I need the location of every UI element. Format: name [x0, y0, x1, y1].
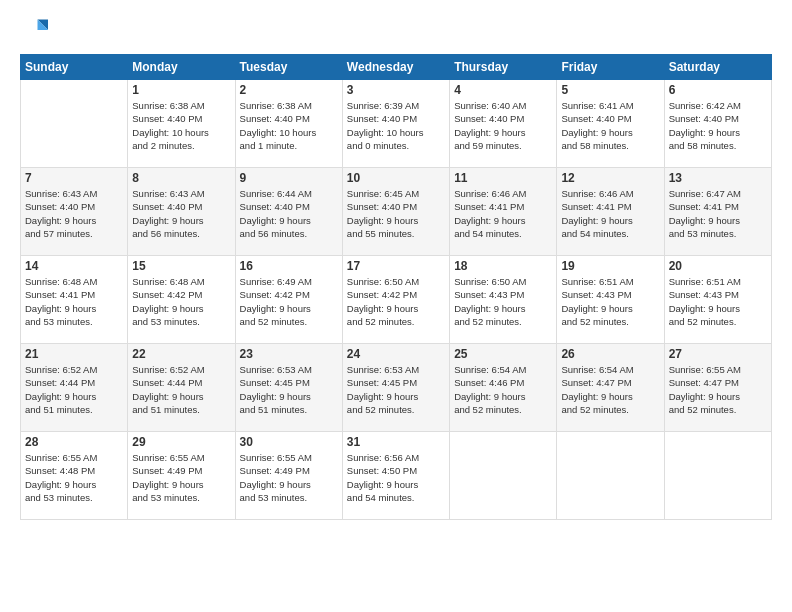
day-info: Sunrise: 6:49 AM Sunset: 4:42 PM Dayligh…	[240, 275, 338, 328]
calendar-cell	[557, 432, 664, 520]
calendar-cell: 28Sunrise: 6:55 AM Sunset: 4:48 PM Dayli…	[21, 432, 128, 520]
day-number: 3	[347, 83, 445, 97]
day-number: 10	[347, 171, 445, 185]
calendar-cell	[664, 432, 771, 520]
day-number: 30	[240, 435, 338, 449]
calendar-cell: 15Sunrise: 6:48 AM Sunset: 4:42 PM Dayli…	[128, 256, 235, 344]
day-info: Sunrise: 6:50 AM Sunset: 4:42 PM Dayligh…	[347, 275, 445, 328]
calendar-cell: 26Sunrise: 6:54 AM Sunset: 4:47 PM Dayli…	[557, 344, 664, 432]
day-info: Sunrise: 6:53 AM Sunset: 4:45 PM Dayligh…	[240, 363, 338, 416]
day-number: 5	[561, 83, 659, 97]
day-info: Sunrise: 6:38 AM Sunset: 4:40 PM Dayligh…	[240, 99, 338, 152]
day-info: Sunrise: 6:48 AM Sunset: 4:41 PM Dayligh…	[25, 275, 123, 328]
day-number: 31	[347, 435, 445, 449]
day-number: 14	[25, 259, 123, 273]
day-number: 6	[669, 83, 767, 97]
day-info: Sunrise: 6:47 AM Sunset: 4:41 PM Dayligh…	[669, 187, 767, 240]
day-info: Sunrise: 6:51 AM Sunset: 4:43 PM Dayligh…	[669, 275, 767, 328]
calendar-cell: 17Sunrise: 6:50 AM Sunset: 4:42 PM Dayli…	[342, 256, 449, 344]
calendar-cell: 13Sunrise: 6:47 AM Sunset: 4:41 PM Dayli…	[664, 168, 771, 256]
calendar-cell: 29Sunrise: 6:55 AM Sunset: 4:49 PM Dayli…	[128, 432, 235, 520]
day-number: 28	[25, 435, 123, 449]
day-info: Sunrise: 6:55 AM Sunset: 4:47 PM Dayligh…	[669, 363, 767, 416]
weekday-header: Tuesday	[235, 55, 342, 80]
calendar-cell: 7Sunrise: 6:43 AM Sunset: 4:40 PM Daylig…	[21, 168, 128, 256]
weekday-header: Sunday	[21, 55, 128, 80]
day-info: Sunrise: 6:38 AM Sunset: 4:40 PM Dayligh…	[132, 99, 230, 152]
calendar-cell: 30Sunrise: 6:55 AM Sunset: 4:49 PM Dayli…	[235, 432, 342, 520]
day-number: 25	[454, 347, 552, 361]
day-info: Sunrise: 6:55 AM Sunset: 4:49 PM Dayligh…	[132, 451, 230, 504]
calendar-cell: 1Sunrise: 6:38 AM Sunset: 4:40 PM Daylig…	[128, 80, 235, 168]
day-number: 29	[132, 435, 230, 449]
calendar-cell: 19Sunrise: 6:51 AM Sunset: 4:43 PM Dayli…	[557, 256, 664, 344]
calendar-cell: 10Sunrise: 6:45 AM Sunset: 4:40 PM Dayli…	[342, 168, 449, 256]
day-info: Sunrise: 6:54 AM Sunset: 4:46 PM Dayligh…	[454, 363, 552, 416]
day-info: Sunrise: 6:43 AM Sunset: 4:40 PM Dayligh…	[25, 187, 123, 240]
calendar-cell: 3Sunrise: 6:39 AM Sunset: 4:40 PM Daylig…	[342, 80, 449, 168]
weekday-header: Wednesday	[342, 55, 449, 80]
calendar-cell: 8Sunrise: 6:43 AM Sunset: 4:40 PM Daylig…	[128, 168, 235, 256]
day-info: Sunrise: 6:46 AM Sunset: 4:41 PM Dayligh…	[561, 187, 659, 240]
calendar-cell: 14Sunrise: 6:48 AM Sunset: 4:41 PM Dayli…	[21, 256, 128, 344]
day-number: 18	[454, 259, 552, 273]
calendar-cell: 23Sunrise: 6:53 AM Sunset: 4:45 PM Dayli…	[235, 344, 342, 432]
day-info: Sunrise: 6:52 AM Sunset: 4:44 PM Dayligh…	[132, 363, 230, 416]
calendar-cell: 16Sunrise: 6:49 AM Sunset: 4:42 PM Dayli…	[235, 256, 342, 344]
calendar-cell	[21, 80, 128, 168]
day-number: 2	[240, 83, 338, 97]
day-info: Sunrise: 6:52 AM Sunset: 4:44 PM Dayligh…	[25, 363, 123, 416]
calendar-cell: 21Sunrise: 6:52 AM Sunset: 4:44 PM Dayli…	[21, 344, 128, 432]
calendar: SundayMondayTuesdayWednesdayThursdayFrid…	[20, 54, 772, 520]
calendar-cell: 31Sunrise: 6:56 AM Sunset: 4:50 PM Dayli…	[342, 432, 449, 520]
weekday-header: Friday	[557, 55, 664, 80]
calendar-cell: 9Sunrise: 6:44 AM Sunset: 4:40 PM Daylig…	[235, 168, 342, 256]
calendar-week-row: 28Sunrise: 6:55 AM Sunset: 4:48 PM Dayli…	[21, 432, 772, 520]
day-number: 21	[25, 347, 123, 361]
day-number: 13	[669, 171, 767, 185]
logo	[20, 16, 52, 44]
day-info: Sunrise: 6:42 AM Sunset: 4:40 PM Dayligh…	[669, 99, 767, 152]
day-info: Sunrise: 6:53 AM Sunset: 4:45 PM Dayligh…	[347, 363, 445, 416]
day-info: Sunrise: 6:48 AM Sunset: 4:42 PM Dayligh…	[132, 275, 230, 328]
calendar-cell: 4Sunrise: 6:40 AM Sunset: 4:40 PM Daylig…	[450, 80, 557, 168]
day-info: Sunrise: 6:56 AM Sunset: 4:50 PM Dayligh…	[347, 451, 445, 504]
header	[20, 16, 772, 44]
weekday-row: SundayMondayTuesdayWednesdayThursdayFrid…	[21, 55, 772, 80]
day-info: Sunrise: 6:55 AM Sunset: 4:49 PM Dayligh…	[240, 451, 338, 504]
weekday-header: Saturday	[664, 55, 771, 80]
calendar-cell: 27Sunrise: 6:55 AM Sunset: 4:47 PM Dayli…	[664, 344, 771, 432]
page: SundayMondayTuesdayWednesdayThursdayFrid…	[0, 0, 792, 612]
day-number: 8	[132, 171, 230, 185]
day-info: Sunrise: 6:54 AM Sunset: 4:47 PM Dayligh…	[561, 363, 659, 416]
day-number: 15	[132, 259, 230, 273]
day-info: Sunrise: 6:55 AM Sunset: 4:48 PM Dayligh…	[25, 451, 123, 504]
calendar-header: SundayMondayTuesdayWednesdayThursdayFrid…	[21, 55, 772, 80]
calendar-cell: 12Sunrise: 6:46 AM Sunset: 4:41 PM Dayli…	[557, 168, 664, 256]
day-info: Sunrise: 6:44 AM Sunset: 4:40 PM Dayligh…	[240, 187, 338, 240]
weekday-header: Monday	[128, 55, 235, 80]
day-number: 7	[25, 171, 123, 185]
day-info: Sunrise: 6:39 AM Sunset: 4:40 PM Dayligh…	[347, 99, 445, 152]
day-number: 27	[669, 347, 767, 361]
calendar-week-row: 1Sunrise: 6:38 AM Sunset: 4:40 PM Daylig…	[21, 80, 772, 168]
weekday-header: Thursday	[450, 55, 557, 80]
day-number: 4	[454, 83, 552, 97]
calendar-cell	[450, 432, 557, 520]
calendar-week-row: 21Sunrise: 6:52 AM Sunset: 4:44 PM Dayli…	[21, 344, 772, 432]
day-number: 23	[240, 347, 338, 361]
calendar-cell: 22Sunrise: 6:52 AM Sunset: 4:44 PM Dayli…	[128, 344, 235, 432]
calendar-cell: 25Sunrise: 6:54 AM Sunset: 4:46 PM Dayli…	[450, 344, 557, 432]
day-number: 26	[561, 347, 659, 361]
calendar-body: 1Sunrise: 6:38 AM Sunset: 4:40 PM Daylig…	[21, 80, 772, 520]
day-info: Sunrise: 6:46 AM Sunset: 4:41 PM Dayligh…	[454, 187, 552, 240]
calendar-cell: 20Sunrise: 6:51 AM Sunset: 4:43 PM Dayli…	[664, 256, 771, 344]
calendar-cell: 6Sunrise: 6:42 AM Sunset: 4:40 PM Daylig…	[664, 80, 771, 168]
calendar-cell: 5Sunrise: 6:41 AM Sunset: 4:40 PM Daylig…	[557, 80, 664, 168]
calendar-cell: 11Sunrise: 6:46 AM Sunset: 4:41 PM Dayli…	[450, 168, 557, 256]
day-info: Sunrise: 6:51 AM Sunset: 4:43 PM Dayligh…	[561, 275, 659, 328]
calendar-cell: 24Sunrise: 6:53 AM Sunset: 4:45 PM Dayli…	[342, 344, 449, 432]
day-number: 20	[669, 259, 767, 273]
day-number: 22	[132, 347, 230, 361]
logo-icon	[20, 16, 48, 44]
